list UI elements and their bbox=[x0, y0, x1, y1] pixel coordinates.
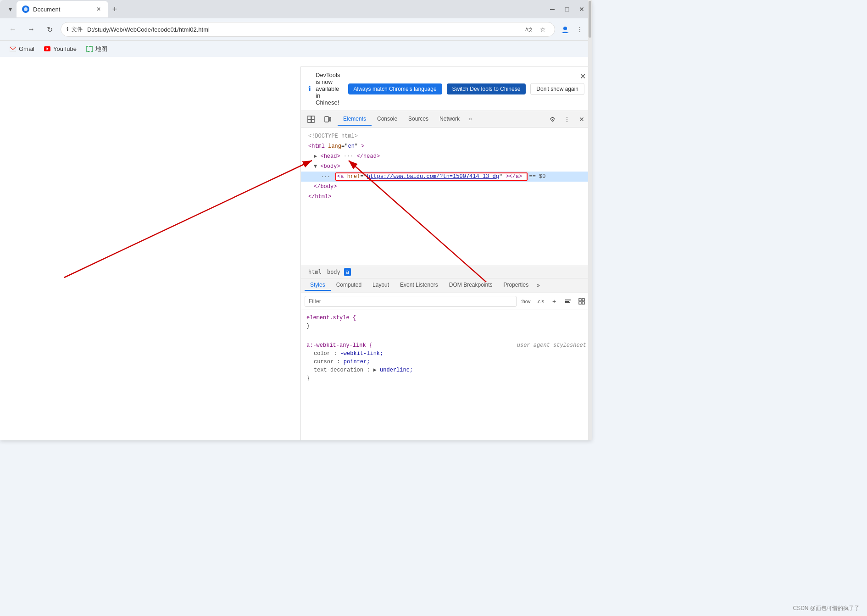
menu-button[interactable]: ⋮ bbox=[573, 23, 586, 36]
breadcrumb-body[interactable]: body bbox=[325, 268, 342, 276]
notification-text: DevTools is now available in Chinese! bbox=[316, 72, 344, 106]
tab-network[interactable]: Network bbox=[434, 113, 465, 126]
always-match-button[interactable]: Always match Chrome's language bbox=[348, 83, 442, 94]
back-button[interactable]: ← bbox=[6, 22, 20, 37]
more-button[interactable]: ··· bbox=[321, 174, 330, 179]
element-style-selector: element.style { bbox=[306, 314, 586, 322]
devtools-breadcrumb: html body a bbox=[301, 266, 592, 278]
svg-rect-7 bbox=[308, 116, 311, 119]
devtools-tabs: Elements Console Sources Network » bbox=[338, 113, 542, 126]
svg-rect-11 bbox=[325, 117, 328, 122]
svg-rect-13 bbox=[565, 300, 571, 300]
url-actions: A文 ☆ bbox=[522, 23, 549, 36]
translate-button[interactable]: A文 bbox=[522, 23, 534, 36]
selected-element: <a href="https://www.baidu.com/?tn=15007… bbox=[335, 172, 528, 181]
bookmark-button[interactable]: ☆ bbox=[536, 23, 549, 36]
address-bar: ← → ↻ ℹ 文件 D:/study/Web/WebCode/fecode01… bbox=[0, 18, 592, 40]
svg-rect-9 bbox=[311, 116, 314, 119]
svg-rect-12 bbox=[329, 117, 331, 121]
tab-elements[interactable]: Elements bbox=[338, 113, 372, 126]
more-tabs-button[interactable]: » bbox=[465, 113, 476, 126]
styles-panel-tabs: Styles Computed Layout Event Listeners D… bbox=[301, 278, 592, 293]
url-bar[interactable]: ℹ 文件 D:/study/Web/WebCode/fecode01/html0… bbox=[61, 22, 555, 37]
devtools-panel: ℹ DevTools is now available in Chinese! … bbox=[300, 67, 592, 440]
devtools-toolbar: Elements Console Sources Network » ⚙ ⋮ ✕ bbox=[301, 111, 592, 128]
more-styles-tabs[interactable]: » bbox=[534, 280, 543, 290]
new-tab-button[interactable]: + bbox=[108, 3, 121, 16]
tab-close-button[interactable]: ✕ bbox=[94, 5, 103, 13]
devtools-actions: ⚙ ⋮ ✕ bbox=[546, 113, 588, 126]
styles-panel: element.style { } a:-webkit-any-link { u… bbox=[301, 310, 592, 441]
svg-rect-19 bbox=[582, 302, 584, 304]
browser-actions: ⋮ bbox=[559, 23, 586, 36]
cls-button[interactable]: .cls bbox=[534, 295, 547, 308]
dom-tree: <!DOCTYPE html> <html lang="en" > ▶ <hea… bbox=[301, 128, 592, 266]
tab-title: Document bbox=[33, 6, 60, 13]
html-line[interactable]: <html lang="en" > bbox=[301, 141, 592, 151]
reload-button[interactable]: ↻ bbox=[42, 22, 57, 37]
notification-close-button[interactable]: ✕ bbox=[577, 71, 588, 82]
styles-tab-layout[interactable]: Layout bbox=[367, 280, 395, 291]
styles-tab-styles[interactable]: Styles bbox=[305, 280, 331, 291]
body-open-line[interactable]: ▼ <body> bbox=[301, 161, 592, 172]
element-style-rule: element.style { } bbox=[301, 310, 592, 334]
profile-button[interactable] bbox=[559, 23, 572, 36]
html-close-line[interactable]: </html> bbox=[301, 192, 592, 202]
tab-history-button[interactable]: ▾ bbox=[4, 3, 17, 16]
maps-icon bbox=[86, 45, 93, 53]
svg-rect-14 bbox=[565, 301, 569, 302]
svg-point-2 bbox=[563, 27, 567, 30]
style-icon-btn1[interactable] bbox=[561, 295, 574, 308]
tab-strip: ▾ Document ✕ + bbox=[4, 0, 543, 18]
device-toolbar-button[interactable] bbox=[321, 113, 334, 126]
a-tag-line[interactable]: ··· <a href="https://www.baidu.com/?tn=1… bbox=[301, 172, 592, 182]
active-tab: Document ✕ bbox=[17, 1, 108, 17]
styles-filter-bar: :hov .cls + bbox=[301, 293, 592, 310]
minimize-button[interactable]: ─ bbox=[546, 3, 559, 16]
styles-tab-event-listeners[interactable]: Event Listeners bbox=[395, 280, 444, 291]
webkit-selector-line: a:-webkit-any-link { user agent styleshe… bbox=[306, 341, 586, 350]
gmail-icon bbox=[9, 45, 17, 53]
cursor-property: cursor : pointer; bbox=[306, 358, 586, 366]
url-text: D:/study/Web/WebCode/fecode01/html02.htm… bbox=[87, 26, 519, 33]
breadcrumb-a[interactable]: a bbox=[344, 268, 351, 276]
close-button[interactable]: ✕ bbox=[575, 3, 588, 16]
scrollbar-thumb[interactable] bbox=[589, 1, 591, 38]
body-close-line[interactable]: </body> bbox=[301, 182, 592, 192]
text-decoration-property: text-decoration : ▶ underline; bbox=[306, 366, 586, 374]
styles-tab-computed[interactable]: Computed bbox=[331, 280, 367, 291]
scrollbar bbox=[588, 0, 592, 440]
tab-console[interactable]: Console bbox=[372, 113, 403, 126]
maximize-button[interactable]: □ bbox=[561, 3, 573, 16]
bookmark-gmail[interactable]: Gmail bbox=[6, 44, 38, 55]
csdn-watermark: CSDN @面包可惜的疯子子 bbox=[793, 605, 860, 612]
svg-rect-10 bbox=[311, 120, 314, 122]
add-style-button[interactable]: + bbox=[548, 295, 561, 308]
inspect-element-button[interactable] bbox=[305, 113, 317, 126]
forward-button[interactable]: → bbox=[24, 22, 39, 37]
color-property: color : -webkit-link; bbox=[306, 350, 586, 358]
styles-tab-properties[interactable]: Properties bbox=[498, 280, 534, 291]
more-options-button[interactable]: ⋮ bbox=[561, 113, 573, 126]
close-devtools-button[interactable]: ✕ bbox=[575, 113, 588, 126]
svg-rect-8 bbox=[308, 120, 311, 122]
bookmark-youtube[interactable]: YouTube bbox=[40, 44, 80, 55]
style-icon-btn2[interactable] bbox=[575, 295, 588, 308]
hov-button[interactable]: :hov bbox=[518, 295, 533, 308]
head-line[interactable]: ▶ <head> ··· </head> bbox=[301, 151, 592, 161]
webkit-any-link-rule: a:-webkit-any-link { user agent styleshe… bbox=[301, 338, 592, 386]
maps-label: 地图 bbox=[95, 45, 107, 53]
breadcrumb-html[interactable]: html bbox=[306, 268, 323, 276]
styles-tab-dom-breakpoints[interactable]: DOM Breakpoints bbox=[444, 280, 498, 291]
webkit-close: } bbox=[306, 374, 586, 383]
dont-show-again-button[interactable]: Don't show again bbox=[530, 83, 584, 95]
bookmark-maps[interactable]: 地图 bbox=[82, 43, 111, 55]
switch-devtools-button[interactable]: Switch DevTools to Chinese bbox=[447, 83, 526, 94]
tab-sources[interactable]: Sources bbox=[403, 113, 434, 126]
svg-rect-16 bbox=[579, 299, 581, 301]
doctype-line: <!DOCTYPE html> bbox=[301, 131, 592, 141]
dollar-zero: == $0 bbox=[529, 173, 546, 180]
devtools-notification: ℹ DevTools is now available in Chinese! … bbox=[301, 67, 592, 111]
styles-filter-input[interactable] bbox=[305, 296, 517, 307]
settings-button[interactable]: ⚙ bbox=[546, 113, 559, 126]
